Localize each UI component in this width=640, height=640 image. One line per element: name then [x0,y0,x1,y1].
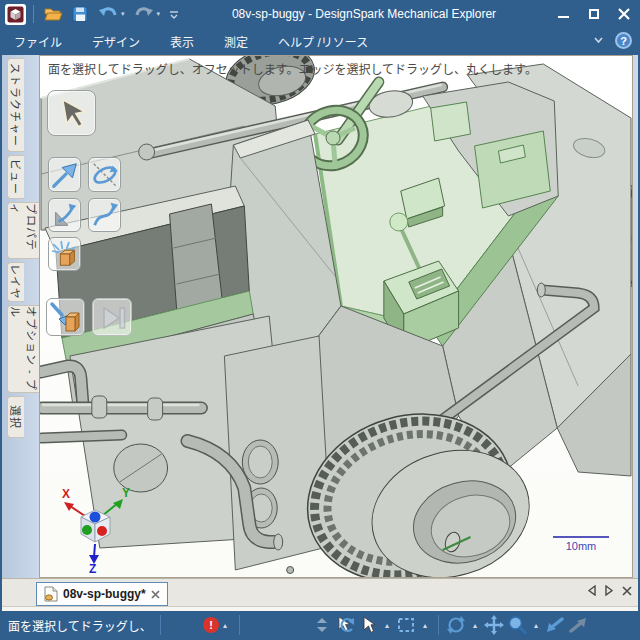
status-separator-3 [438,615,439,635]
3d-viewport[interactable]: 面を選択してドラッグし、オフセットします。エッジを選択してドラッグし、丸くします… [39,55,633,578]
main-area: ストラクチャー ビュー プロパティ レイヤ オプション - プル 選択 [2,55,638,578]
status-separator [160,615,161,635]
view-back-arrow-icon[interactable] [545,614,565,636]
menu-bar: ファイル デザイン 表示 測定 ヘルプ /リソース ? [0,28,640,55]
axis-dot-right [97,526,107,536]
sidebar-tab-layers[interactable]: レイヤ [7,262,24,302]
tool-revolve-button[interactable] [88,157,121,192]
window-title: 08v-sp-buggy - DesignSpark Mechanical Ex… [232,7,496,21]
app-logo-icon[interactable] [5,4,26,25]
toolbar-separator [33,5,34,23]
tool-sweep-button[interactable] [88,198,121,232]
select-cursor-icon [56,95,88,131]
tab-list-close-icon[interactable] [622,586,632,596]
tool-pull-arrow-button[interactable] [48,157,81,192]
revolve-icon [90,160,120,190]
document-tab-bar: 08v-sp-buggy* [2,578,638,610]
tab-next-icon[interactable] [605,585,613,596]
orbit-menu-caret[interactable]: ▴ [473,621,477,630]
zoom-menu-caret[interactable]: ▴ [534,621,538,630]
select-menu-caret[interactable]: ▴ [385,621,389,630]
view-forward-arrow-icon[interactable] [568,614,588,636]
menu-measure[interactable]: 測定 [209,28,263,55]
axis-triad[interactable]: X Y Z [54,484,138,574]
draft-arrow-icon [50,200,80,230]
status-bar: 面を選択してドラッグし、オ ! ▴ ▴ ▴ ▴ [0,610,640,640]
sidebar-tab-properties[interactable]: プロパティ [7,202,40,259]
redo-button[interactable]: ▾ [131,2,163,26]
tool-full-pull-button[interactable] [48,237,81,271]
sweep-curve-icon [90,200,120,230]
redo-dropdown-caret[interactable]: ▾ [157,10,161,18]
help-icon[interactable]: ? [615,32,632,49]
title-bar: ▾ ▾ 08v-sp-buggy - DesignSpark Mechanica… [0,0,640,28]
undo-button[interactable]: ▾ [95,2,127,26]
close-button[interactable] [617,8,630,19]
maximize-button[interactable] [587,8,600,19]
axis-x-label: X [62,487,70,501]
selection-back-icon[interactable] [335,614,355,636]
undo-dropdown-caret[interactable]: ▾ [121,10,125,18]
axis-y-label: Y [122,486,130,500]
save-button[interactable] [69,2,91,26]
scale-bar: 10mm [553,536,609,552]
viewport-hint-text: 面を選択してドラッグし、オフセットします。エッジを選択してドラッグし、丸くします… [48,60,624,77]
open-folder-button[interactable] [41,2,65,26]
scale-label: 10mm [553,540,609,552]
tool-select-button[interactable] [47,90,96,136]
sidebar-tab-view[interactable]: ビュー [7,155,24,199]
document-tab-title: 08v-sp-buggy* [63,587,146,601]
document-icon [44,586,58,602]
error-menu-caret[interactable]: ▴ [223,621,227,630]
customize-quick-access-button[interactable] [166,2,182,26]
left-panel-tabs: ストラクチャー ビュー プロパティ レイヤ オプション - プル 選択 [2,55,39,578]
document-tab[interactable]: 08v-sp-buggy* [36,582,168,606]
tab-prev-icon[interactable] [588,585,596,596]
menu-help-resources[interactable]: ヘルプ /リソース [263,28,383,55]
axis-z-label: Z [89,562,96,574]
sidebar-tab-structure[interactable]: ストラクチャー [7,58,24,152]
box-select-icon[interactable] [396,614,416,636]
sidebar-tab-selection[interactable]: 選択 [7,396,24,438]
select-cursor-icon-status[interactable] [358,614,378,636]
status-spinner[interactable] [312,614,332,636]
select-body-icon [49,301,83,333]
error-badge-icon[interactable]: ! [203,617,219,633]
axis-dot-top [90,512,101,523]
scale-line [553,536,609,538]
axis-dot-left [82,525,92,535]
pull-arrow-icon [50,160,80,190]
tool-select-body-button[interactable] [46,298,85,336]
sparkle-box-icon [50,239,80,269]
menu-design[interactable]: デザイン [77,28,155,55]
pan-icon[interactable] [484,614,504,636]
sidebar-tab-options-pull[interactable]: オプション - プル [7,305,40,393]
status-message: 面を選択してドラッグし、オ [8,617,152,634]
menu-file[interactable]: ファイル [0,28,77,55]
box-select-menu-caret[interactable]: ▴ [423,621,427,630]
tool-play-button[interactable] [92,298,132,336]
menu-display[interactable]: 表示 [155,28,209,55]
tool-draft-button[interactable] [48,198,81,232]
window-right-padding [633,55,638,578]
application-window: ▾ ▾ 08v-sp-buggy - DesignSpark Mechanica… [0,0,640,640]
status-separator-2 [239,615,240,635]
document-tab-close-icon[interactable] [151,590,160,599]
play-icon [95,301,129,333]
quick-access-toolbar: ▾ ▾ [0,2,182,26]
zoom-icon[interactable] [507,614,527,636]
minimize-button[interactable] [557,8,570,19]
ribbon-collapse-icon[interactable] [592,34,605,47]
orbit-icon[interactable] [446,614,466,636]
